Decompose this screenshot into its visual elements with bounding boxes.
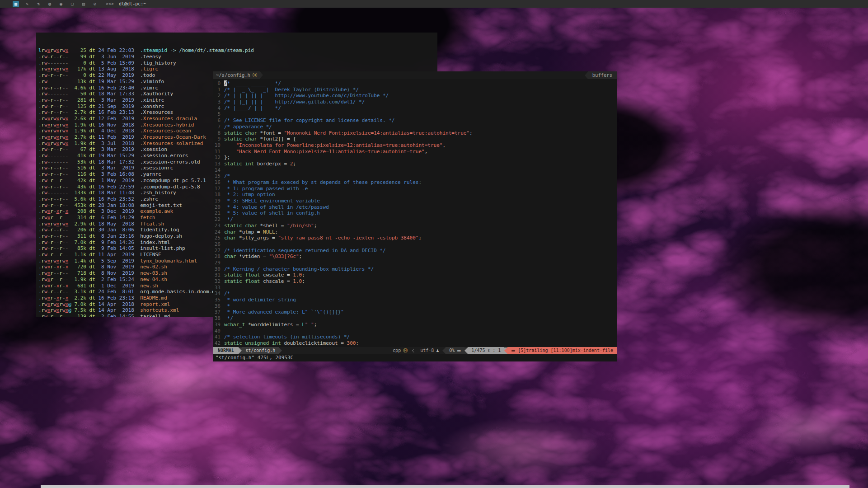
powerline-separator-icon [464,347,468,354]
file-name: .Xresources-solarized [134,141,203,146]
code-area[interactable]: 0/* ____ _____ */1/* | _ \_ _| Derek Tay… [213,79,617,347]
line-number: 12 [213,155,221,161]
code-line: 0/* ____ _____ */ [213,80,617,87]
file-name: new.sh [134,283,158,289]
monitor-icon[interactable]: ▢ [69,1,75,7]
file-permissions: .rwxrwxrwx [38,141,71,147]
file-date: 3 Jul 2018 [98,141,134,146]
code-line: 39wchar_t *worddelimiters = L" "; [213,322,617,328]
file-date: 28 Jan 18:08 [98,202,134,208]
filetype-indicator: cppⒽ [389,347,411,354]
line-number: 23 [213,223,221,229]
file-size: 1.9k [71,128,86,134]
line-number: 40 [213,328,221,334]
tab-modified-icon: Ⓗ [253,72,258,79]
file-permissions: .rw-r--r-- [38,171,71,178]
file-permissions: .rw-r--r-- [38,202,71,209]
file-name: .xsessionrc [134,165,173,171]
line-number: 4 [213,105,221,112]
code-line: 21 * 5: value of shell in config.h [213,210,617,216]
file-date: 3 Mar 2019 [98,165,134,171]
code-line: 14 [213,167,617,174]
file-size: 41k [71,153,86,159]
buffers-tab[interactable]: buffers [588,71,617,79]
file-permissions: .rwxrwxrwx [38,221,71,227]
file-date: 8 Nov 2019 [98,264,134,270]
file-permissions: .rwxr--r-- [38,215,71,221]
file-size: 7.5k [71,307,86,314]
file-name: .steampid [134,47,167,53]
file-name: .Xresources-dracula [134,116,197,122]
file-date: 16 Feb 23:52 [98,196,134,202]
mode-indicator: NORMAL [213,347,239,354]
file-date: 9 Feb 14:26 [98,239,134,245]
tab-separator-icon [260,71,263,79]
file-permissions: .rw-r--r-- [38,72,71,79]
file-owner: dt [86,190,99,196]
file-owner: dt [86,79,99,84]
file-name: .xsession-errors.old [134,159,200,165]
workspace-icons: ▦✎⚗◍◉▢▤⊘ [13,1,98,7]
line-number: 20 [213,204,221,211]
file-owner: dt [86,146,99,152]
file-permissions: .rw------- [38,91,71,97]
vim-window[interactable]: ~/s/config.hⒽ buffers 0/* ____ _____ */1… [213,71,617,361]
file-permissions: .rwxrwxrwx [38,258,71,264]
line-number: 37 [213,309,221,315]
code-line: 11 "Hack Nerd Font Mono:pixelsize=11:ant… [213,149,617,155]
lint-warnings-text: [5]trailing [11:100]mix-indent-file [518,347,613,354]
line-number: 1 [213,87,221,93]
file-date: 24 Feb 22:03 [98,47,134,53]
file-size: 43k [71,184,86,190]
file-size: 53k [71,159,86,165]
line-number: 28 [213,253,221,260]
file-size: 453k [71,202,86,209]
file-date: 18 Mar 17:33 [98,91,134,97]
file-permissions: .rw-r--r-- [38,97,71,103]
slash-circle-icon[interactable]: ⊘ [92,1,98,7]
file-owner: dt [86,314,99,317]
line-number: 16 [213,179,221,186]
filetype-label: cpp [393,347,401,354]
lines-icon: ☰ [457,347,461,354]
bottom-window-edge[interactable] [41,485,849,488]
file-permissions: .rw-r--r-- [38,178,71,184]
pencil-icon[interactable]: ✎ [24,1,30,7]
code-line: 25char *stty_args = "stty raw pass8 nl -… [213,235,617,241]
symlink-target: -> /home/dt/.steam/steam.pid [167,47,254,53]
file-owner: dt [86,72,99,78]
code-line: 26 [213,241,617,248]
line-number: 29 [213,260,221,266]
line-number: 39 [213,322,221,328]
file-permissions: .rwxr-xr-x [38,264,71,270]
file-size: 5.6k [71,196,86,202]
tab-config-h[interactable]: ~/s/config.hⒽ [213,71,260,79]
code-line: 41/* selection timeouts (in milliseconds… [213,334,617,340]
camera-icon[interactable]: ◉ [58,1,64,7]
apps-grid-icon[interactable]: ▦ [13,1,19,7]
flask-icon[interactable]: ⚗ [35,1,42,7]
line-number: 17 [213,186,221,192]
file-date: 12 Feb 2019 [98,116,134,122]
file-size: 681 [71,283,86,289]
line-number: 26 [213,241,221,248]
file-name: .Xresources-hybrid [134,122,194,128]
file-permissions: .rw-r--r-- [38,165,71,171]
file-name: .Xresources-Ocean-Dark [134,134,206,140]
file-owner: dt [86,165,99,171]
file-size: 516 [71,165,86,171]
palette-icon[interactable]: ◍ [47,1,53,7]
file-owner: dt [86,47,99,53]
file-name: insult-list.php [134,245,185,251]
code-line: 17 * 1: program passed with -e [213,186,617,192]
file-size: 13k [71,79,86,85]
file-name: .zcompdump-dt-pc-5.7.1 [134,178,206,183]
code-line: 5 [213,111,617,117]
code-line: 31static float cwscale = 1.0; [213,272,617,278]
line-number: 10 [213,142,221,149]
code-line: 27/* identification sequence returned in… [213,248,617,254]
folder-icon[interactable]: ▤ [80,1,87,7]
file-date: 21 Sep 2019 [98,103,134,109]
file-name: example.awk [134,208,173,214]
file-permissions: .rw------- [38,60,71,66]
